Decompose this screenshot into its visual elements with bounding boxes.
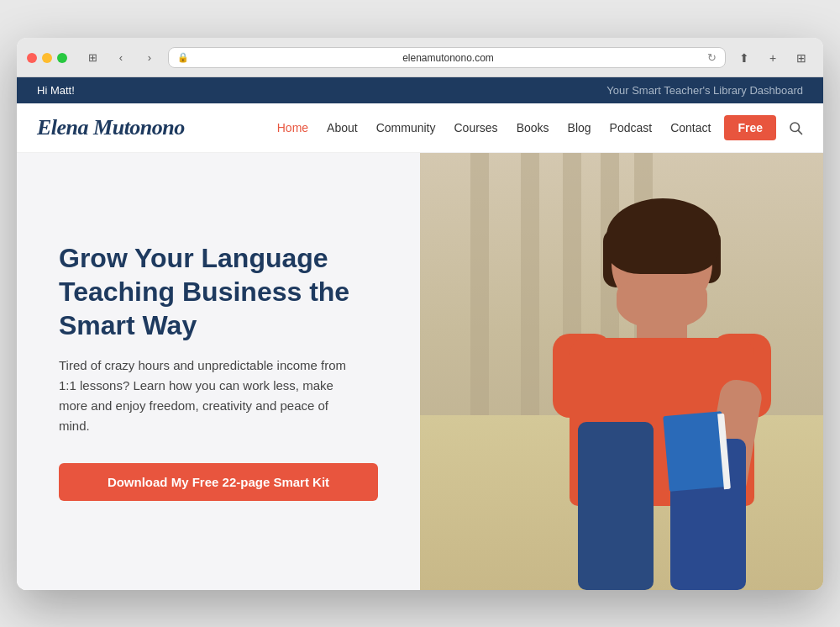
hero-left: Grow Your Language Teaching Business the… [17, 153, 420, 590]
free-button[interactable]: Free [724, 115, 776, 140]
top-bar-dashboard-link[interactable]: Your Smart Teacher's Library Dashboard [606, 84, 803, 97]
nav-link-community[interactable]: Community [376, 121, 436, 134]
refresh-icon[interactable]: ↻ [707, 51, 717, 64]
top-bar: Hi Matt! Your Smart Teacher's Library Da… [17, 77, 823, 103]
address-bar[interactable]: 🔒 elenamutonono.com ↻ [168, 47, 726, 68]
minimize-button[interactable] [42, 53, 52, 63]
search-button[interactable] [788, 120, 803, 135]
traffic-lights [27, 53, 67, 63]
nav-item-community[interactable]: Community [376, 120, 436, 135]
nav-item-home[interactable]: Home [277, 120, 308, 135]
lock-icon: 🔒 [177, 52, 189, 63]
leg-left [578, 422, 654, 590]
top-bar-greeting: Hi Matt! [37, 84, 75, 97]
close-button[interactable] [27, 53, 37, 63]
main-nav: Elena Mutonono Home About Community Cour… [17, 103, 823, 153]
nav-link-books[interactable]: Books [517, 121, 549, 134]
nav-link-about[interactable]: About [327, 121, 358, 134]
maximize-button[interactable] [57, 53, 67, 63]
url-text: elenamutonono.com [194, 52, 702, 64]
hero-image [420, 153, 823, 590]
nav-item-books[interactable]: Books [517, 120, 549, 135]
browser-controls: ⊞ ‹ › [81, 46, 161, 70]
nav-links: Home About Community Courses Books Blog [277, 120, 711, 135]
sidebar-toggle[interactable]: ⊞ [81, 46, 104, 70]
back-button[interactable]: ‹ [109, 46, 133, 70]
nav-link-courses[interactable]: Courses [454, 121, 497, 134]
hero-title: Grow Your Language Teaching Business the… [59, 241, 378, 342]
hair [606, 198, 719, 274]
forward-button[interactable]: › [138, 46, 161, 70]
site-logo[interactable]: Elena Mutonono [37, 115, 185, 140]
browser-chrome: ⊞ ‹ › 🔒 elenamutonono.com ↻ ⬆ + ⊞ [17, 38, 823, 77]
share-button[interactable]: ⬆ [732, 46, 756, 70]
hero-description: Tired of crazy hours and unpredictable i… [59, 356, 361, 436]
hero-section: Grow Your Language Teaching Business the… [17, 153, 823, 590]
nav-link-podcast[interactable]: Podcast [610, 121, 653, 134]
nav-item-about[interactable]: About [327, 120, 358, 135]
hero-cta-button[interactable]: Download My Free 22-page Smart Kit [59, 463, 378, 501]
person-photo [536, 187, 822, 590]
nav-link-contact[interactable]: Contact [670, 121, 711, 134]
svg-line-1 [798, 130, 801, 134]
search-icon [788, 120, 803, 135]
browser-actions: ⬆ + ⊞ [732, 46, 813, 70]
nav-link-blog[interactable]: Blog [568, 121, 591, 134]
browser-window: ⊞ ‹ › 🔒 elenamutonono.com ↻ ⬆ + ⊞ Hi Mat… [17, 38, 823, 590]
nav-item-blog[interactable]: Blog [568, 120, 591, 135]
tab-overview-button[interactable]: ⊞ [790, 46, 813, 70]
nav-item-podcast[interactable]: Podcast [610, 120, 653, 135]
new-tab-button[interactable]: + [761, 46, 785, 70]
nav-item-contact[interactable]: Contact [670, 120, 711, 135]
website-content: Hi Matt! Your Smart Teacher's Library Da… [17, 77, 823, 590]
nav-item-courses[interactable]: Courses [454, 120, 497, 135]
nav-link-home[interactable]: Home [277, 121, 308, 134]
